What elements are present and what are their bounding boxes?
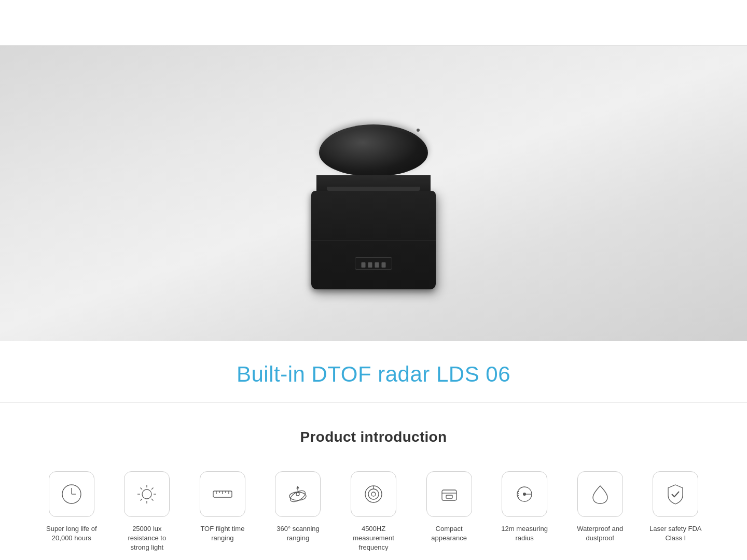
svg-marker-22	[296, 486, 299, 488]
feature-icon-box-compact	[426, 471, 472, 517]
svg-rect-29	[446, 495, 452, 498]
feature-label-waterproof: Waterproof and dustproof	[572, 524, 629, 543]
feature-label-light-resistance: 25000 lux resistance to strong light	[118, 524, 175, 553]
waterproof-icon	[588, 482, 613, 507]
svg-point-18	[289, 492, 306, 500]
feature-item-laser-safety: Laser safety FDA Class I	[641, 471, 711, 543]
feature-item-scanning: 360° scanning ranging	[263, 471, 334, 543]
features-section: Product introduction Super long life of …	[0, 403, 747, 560]
svg-point-19	[289, 488, 308, 504]
feature-icon-box-shield	[653, 471, 698, 517]
feature-label-laser-safety: Laser safety FDA Class I	[647, 524, 704, 543]
svg-point-24	[368, 489, 379, 499]
top-navigation-bar	[0, 0, 747, 46]
frequency-icon	[361, 482, 386, 507]
feature-icon-box-clock	[49, 471, 94, 517]
svg-line-11	[141, 499, 143, 501]
title-section: Built-in DTOF radar LDS 06	[0, 341, 747, 403]
product-title: Built-in DTOF radar LDS 06	[0, 362, 747, 387]
svg-point-25	[371, 492, 376, 496]
shield-icon	[663, 482, 688, 507]
feature-icon-box-frequency	[351, 471, 396, 517]
feature-icon-box-sun	[124, 471, 170, 517]
connector-dot	[382, 262, 386, 268]
feature-item-long-life: Super long life of 20,000 hours	[36, 471, 107, 543]
connector-dot	[362, 262, 366, 268]
feature-item-waterproof: Waterproof and dustproof	[565, 471, 635, 543]
lidar-middle-connector	[316, 175, 431, 191]
feature-label-radius: 12m measuring radius	[496, 524, 553, 543]
lidar-top-disc	[319, 124, 428, 176]
features-grid: Super long life of 20,000 hours 25000 lu…	[36, 471, 711, 553]
radius-icon	[512, 482, 537, 507]
hero-section	[0, 46, 747, 341]
clock-icon	[59, 482, 84, 507]
feature-label-frequency: 4500HZ measurement frequency	[345, 524, 402, 553]
svg-line-10	[151, 488, 154, 490]
feature-icon-box-waterproof	[577, 471, 623, 517]
compact-icon	[437, 482, 462, 507]
lidar-body	[311, 191, 436, 289]
scan-icon	[285, 482, 310, 507]
connector-port	[362, 262, 386, 268]
feature-item-frequency: 4500HZ measurement frequency	[338, 471, 409, 553]
product-image-container	[285, 97, 462, 289]
connector-dot	[375, 262, 379, 268]
svg-line-9	[151, 499, 154, 501]
connector-dot	[368, 262, 372, 268]
features-heading: Product introduction	[31, 429, 716, 445]
feature-item-radius: 12m measuring radius	[489, 471, 560, 543]
feature-item-compact: Compact appearance	[414, 471, 485, 543]
feature-icon-box-ruler	[200, 471, 245, 517]
feature-label-tof: TOF flight time ranging	[194, 524, 251, 543]
feature-label-scanning: 360° scanning ranging	[269, 524, 326, 543]
feature-item-light-resistance: 25000 lux resistance to strong light	[112, 471, 183, 553]
ruler-icon	[210, 482, 235, 507]
feature-item-tof: TOF flight time ranging	[187, 471, 258, 543]
feature-icon-box-radius	[502, 471, 547, 517]
sun-icon	[134, 482, 159, 507]
lidar-device	[311, 124, 436, 289]
svg-line-8	[141, 488, 143, 490]
feature-icon-box-scan	[275, 471, 321, 517]
feature-label-compact: Compact appearance	[421, 524, 478, 543]
svg-point-3	[142, 489, 151, 499]
feature-label-long-life: Super long life of 20,000 hours	[43, 524, 100, 543]
svg-point-20	[296, 493, 299, 496]
